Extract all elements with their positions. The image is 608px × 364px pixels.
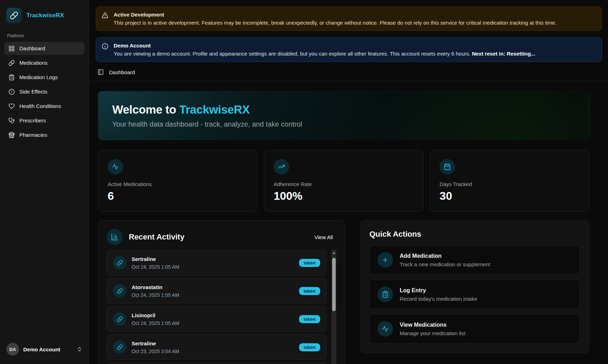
alert-triangle-icon — [102, 12, 108, 19]
recent-activity-panel: Recent Activity View All SertralineOct 2… — [98, 220, 345, 364]
sidebar-item-dashboard[interactable]: Dashboard — [4, 42, 84, 55]
clipboard-list-icon — [378, 287, 393, 302]
stat-card-adherence-rate: Adherence Rate100% — [264, 150, 424, 212]
activity-icon — [108, 159, 123, 174]
sidebar-item-label: Side Effects — [19, 89, 48, 95]
warning-body: This project is in active development. F… — [114, 19, 557, 26]
activity-date: Oct 23, 2025 3:04 AM — [132, 349, 179, 354]
info-icon — [102, 43, 108, 50]
sidebar-item-prescribers[interactable]: Prescribers — [4, 114, 84, 127]
pill-icon — [113, 340, 126, 354]
status-badge: taken — [299, 315, 320, 323]
alert-circle-icon — [8, 89, 15, 95]
sidebar-item-label: Medication Logs — [19, 74, 58, 80]
activity-name: Sertraline — [132, 256, 179, 262]
action-title: Log Entry — [400, 287, 477, 294]
sidebar-item-side-effects[interactable]: Side Effects — [4, 85, 84, 98]
avatar: DA — [6, 343, 19, 356]
action-title: View Medications — [400, 322, 466, 328]
pill-icon — [113, 284, 126, 298]
activity-item[interactable]: taken — [107, 363, 327, 364]
pill-icon — [113, 312, 126, 326]
hero-title: Welcome to TrackwiseRX — [112, 103, 575, 117]
quick-actions-panel: Quick Actions Add MedicationTrack a new … — [360, 220, 589, 353]
stat-card-active-medications: Active Medications6 — [98, 150, 258, 212]
pill-icon — [113, 256, 126, 269]
brand-name: TrackwiseRX — [26, 12, 64, 19]
activity-scrollbar[interactable] — [331, 250, 336, 364]
activity-name: Lisinopril — [132, 312, 179, 318]
app-window: TrackwiseRX Platform DashboardMedication… — [0, 0, 608, 364]
main-area: Active Development This project is in ac… — [89, 0, 608, 364]
store-icon — [8, 132, 15, 138]
quick-actions-list: Add MedicationTrack a new medication or … — [369, 245, 580, 344]
stat-value: 100% — [274, 190, 414, 203]
app-logo[interactable]: TrackwiseRX — [4, 5, 84, 26]
banner-stack: Active Development This project is in ac… — [89, 0, 608, 62]
status-badge: taken — [299, 287, 320, 295]
action-subtitle: Manage your medication list — [400, 330, 466, 336]
activity-name: Sertraline — [132, 340, 179, 346]
next-reset-text: Next reset in: Resetting... — [472, 51, 535, 57]
info-body: You are viewing a demo account. Profile … — [114, 50, 535, 57]
bar-chart-icon — [107, 229, 123, 245]
warning-title: Active Development — [114, 11, 557, 18]
activity-date: Oct 24, 2025 1:05 AM — [132, 264, 179, 270]
stethoscope-icon — [8, 117, 15, 124]
info-banner: Demo Account You are viewing a demo acco… — [96, 37, 602, 62]
chevrons-up-down-icon — [77, 346, 82, 352]
view-all-button[interactable]: View All — [311, 231, 336, 243]
recent-activity-header: Recent Activity View All — [107, 229, 336, 245]
quick-action-log-entry[interactable]: Log EntryRecord today's medication intak… — [369, 280, 580, 309]
stat-value: 6 — [108, 190, 248, 203]
activity-date: Oct 24, 2025 1:05 AM — [132, 292, 179, 298]
stat-label: Active Medications — [108, 181, 248, 187]
hero-subtitle: Your health data dashboard - track, anal… — [112, 120, 575, 128]
warning-banner: Active Development This project is in ac… — [96, 6, 602, 31]
activity-item[interactable]: AtorvastatinOct 24, 2025 1:05 AMtaken — [107, 278, 327, 304]
breadcrumb-bar: Dashboard — [89, 63, 608, 81]
sidebar-item-label: Prescribers — [19, 117, 46, 123]
panel-left-icon[interactable] — [97, 69, 104, 75]
activity-item[interactable]: SertralineOct 23, 2025 3:04 AMtaken — [107, 334, 327, 360]
recent-activity-title: Recent Activity — [129, 232, 184, 242]
activity-item[interactable]: SertralineOct 24, 2025 1:05 AMtaken — [107, 250, 327, 275]
sidebar-item-health-conditions[interactable]: Health Conditions — [4, 100, 84, 113]
hero-brand: TrackwiseRX — [179, 103, 249, 116]
stat-value: 30 — [439, 190, 580, 203]
user-name: Demo Account — [23, 346, 60, 352]
action-title: Add Medication — [400, 253, 490, 259]
sidebar-item-medications[interactable]: Medications — [4, 56, 84, 69]
scroll-up-button[interactable] — [331, 250, 336, 256]
pill-icon — [8, 60, 15, 66]
bottom-row: Recent Activity View All SertralineOct 2… — [98, 220, 589, 364]
sidebar-item-label: Pharmacies — [19, 132, 47, 138]
page-content: Welcome to TrackwiseRX Your health data … — [89, 81, 608, 364]
user-menu[interactable]: DA Demo Account — [4, 340, 84, 358]
quick-action-add-medication[interactable]: Add MedicationTrack a new medication or … — [369, 245, 580, 275]
calendar-icon — [439, 159, 455, 174]
sidebar-item-label: Health Conditions — [19, 103, 61, 109]
activity-items: SertralineOct 24, 2025 1:05 AMtakenAtorv… — [107, 250, 336, 364]
stat-card-days-tracked: Days Tracked30 — [430, 150, 589, 212]
sidebar-nav: DashboardMedicationsMedication LogsSide … — [4, 42, 84, 143]
quick-action-view-medications[interactable]: View MedicationsManage your medication l… — [369, 314, 580, 344]
plus-icon — [378, 252, 393, 268]
action-subtitle: Record today's medication intake — [400, 296, 477, 302]
welcome-hero: Welcome to TrackwiseRX Your health data … — [98, 91, 589, 140]
status-badge: taken — [299, 343, 320, 351]
status-badge: taken — [299, 259, 320, 267]
stat-label: Adherence Rate — [274, 181, 414, 187]
activity-name: Atorvastatin — [132, 284, 179, 290]
sidebar-item-label: Dashboard — [19, 45, 45, 51]
sidebar-item-medication-logs[interactable]: Medication Logs — [4, 71, 84, 84]
activity-item[interactable]: LisinoprilOct 24, 2025 1:05 AMtaken — [107, 306, 327, 332]
stats-row: Active Medications6Adherence Rate100%Day… — [98, 150, 589, 212]
activity-list: SertralineOct 24, 2025 1:05 AMtakenAtorv… — [107, 250, 336, 364]
breadcrumb: Dashboard — [109, 69, 135, 75]
activity-icon — [378, 321, 393, 337]
sidebar-item-pharmacies[interactable]: Pharmacies — [4, 128, 84, 141]
scrollbar-thumb[interactable] — [332, 258, 336, 311]
sidebar-section-label: Platform — [7, 33, 82, 38]
heart-icon — [8, 103, 15, 109]
